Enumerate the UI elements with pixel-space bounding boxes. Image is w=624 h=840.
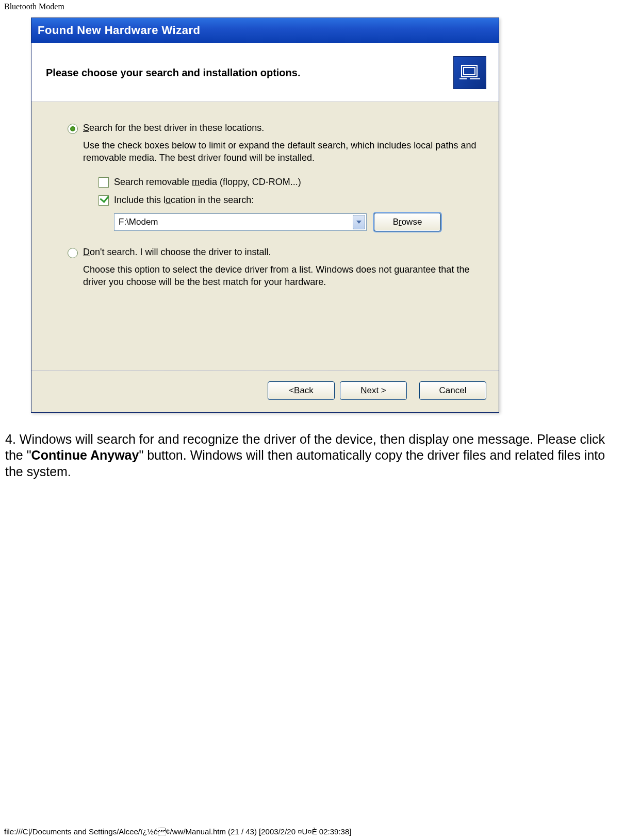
wizard-footer: < Back Next > Cancel <box>31 371 499 412</box>
checkbox-group: Search removable media (floppy, CD-ROM..… <box>98 177 478 231</box>
chevron-down-icon[interactable] <box>353 215 365 229</box>
checkbox-icon <box>98 195 109 206</box>
radio-search-best[interactable]: Search for the best driver in these loca… <box>68 123 478 134</box>
checkbox-icon <box>98 177 109 188</box>
checkbox-include-location-label: Include this location in the search: <box>114 195 254 206</box>
location-path-combo[interactable]: F:\Modem <box>114 213 367 231</box>
emphasis-continue-anyway: Continue Anyway <box>31 448 139 462</box>
checkbox-removable-media[interactable]: Search removable media (floppy, CD-ROM..… <box>98 177 478 188</box>
svg-rect-1 <box>464 68 475 75</box>
radio-search-best-label: Search for the best driver in these loca… <box>83 123 264 133</box>
radio-dont-search-label: Don't search. I will choose the driver t… <box>83 247 271 258</box>
page-header: Bluetooth Modem <box>0 0 624 12</box>
wizard-window: Found New Hardware Wizard Please choose … <box>31 18 499 413</box>
document-paragraph: 4. Windows will search for and recognize… <box>0 413 624 480</box>
radio-search-best-explain: Use the check boxes below to limit or ex… <box>83 139 478 164</box>
back-button[interactable]: < Back <box>268 381 335 400</box>
radio-dont-search[interactable]: Don't search. I will choose the driver t… <box>68 247 478 258</box>
next-button[interactable]: Next > <box>340 381 407 400</box>
wizard-banner-title: Please choose your search and installati… <box>46 67 300 79</box>
radio-dont-search-explain: Choose this option to select the device … <box>83 263 478 289</box>
window-titlebar: Found New Hardware Wizard <box>31 18 499 43</box>
screenshot-container: Found New Hardware Wizard Please choose … <box>0 12 624 413</box>
hardware-icon <box>453 56 486 89</box>
browse-button[interactable]: Browse <box>374 213 441 231</box>
radio-icon <box>68 124 78 134</box>
wizard-body: Search for the best driver in these loca… <box>31 102 499 370</box>
checkbox-include-location[interactable]: Include this location in the search: <box>98 195 478 206</box>
radio-icon <box>68 248 78 258</box>
location-path-row: F:\Modem Browse <box>114 213 478 231</box>
cancel-button[interactable]: Cancel <box>419 381 486 400</box>
window-title: Found New Hardware Wizard <box>38 24 200 37</box>
wizard-banner: Please choose your search and installati… <box>31 43 499 102</box>
checkbox-removable-media-label: Search removable media (floppy, CD-ROM..… <box>114 177 301 188</box>
location-path-value: F:\Modem <box>119 217 158 227</box>
